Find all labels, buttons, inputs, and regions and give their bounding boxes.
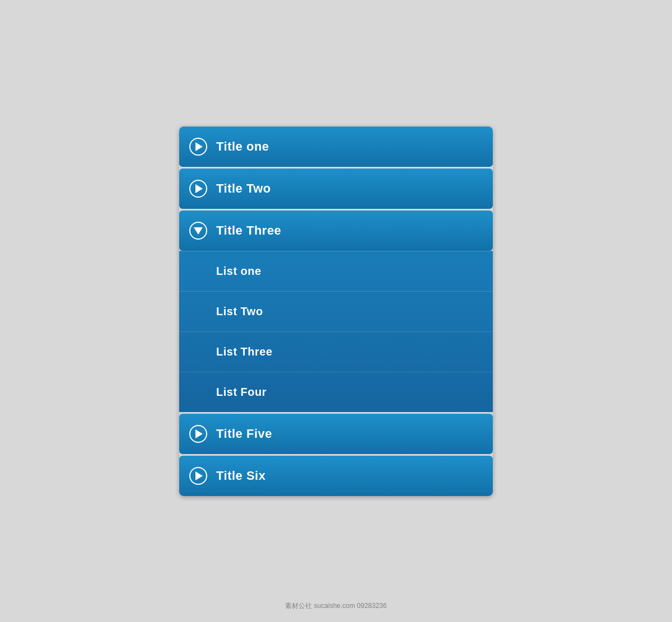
accordion-item-title-three: Title Three List one List Two List Three… xyxy=(179,211,493,412)
accordion-body-title-three: List one List Two List Three List Four xyxy=(179,251,493,412)
list-item-one-label: List one xyxy=(216,265,262,278)
accordion-header-title-two[interactable]: Title Two xyxy=(179,169,493,209)
accordion-item-title-five: Title Five xyxy=(179,414,493,454)
accordion-header-title-one[interactable]: Title one xyxy=(179,127,493,167)
accordion-item-title-one: Title one xyxy=(179,127,493,167)
accordion-title-two: Title Two xyxy=(216,181,271,196)
accordion-title-one: Title one xyxy=(216,139,269,154)
arrow-right-icon xyxy=(189,467,207,485)
list-item-two-label: List Two xyxy=(216,305,263,318)
watermark: 素材公社 sucaishe.com 09283236 xyxy=(285,601,386,611)
accordion-title-six: Title Six xyxy=(216,469,265,483)
list-item-three[interactable]: List Three xyxy=(179,331,493,372)
arrow-right-icon xyxy=(189,180,207,198)
list-item-four-label: List Four xyxy=(216,386,267,399)
accordion-item-title-two: Title Two xyxy=(179,169,493,209)
arrow-down-icon xyxy=(189,222,207,240)
arrow-right-icon xyxy=(189,138,207,156)
accordion-title-five: Title Five xyxy=(216,427,272,441)
accordion-title-three: Title Three xyxy=(216,223,281,238)
accordion-container: Title one Title Two Title Three List one… xyxy=(179,127,493,496)
list-item-four[interactable]: List Four xyxy=(179,372,493,412)
arrow-right-icon xyxy=(189,425,207,443)
accordion-header-title-three[interactable]: Title Three xyxy=(179,211,493,251)
accordion-item-title-six: Title Six xyxy=(179,456,493,496)
accordion-header-title-six[interactable]: Title Six xyxy=(179,456,493,496)
list-item-three-label: List Three xyxy=(216,345,273,358)
list-item-one[interactable]: List one xyxy=(179,251,493,291)
accordion-header-title-five[interactable]: Title Five xyxy=(179,414,493,454)
list-item-two[interactable]: List Two xyxy=(179,291,493,331)
